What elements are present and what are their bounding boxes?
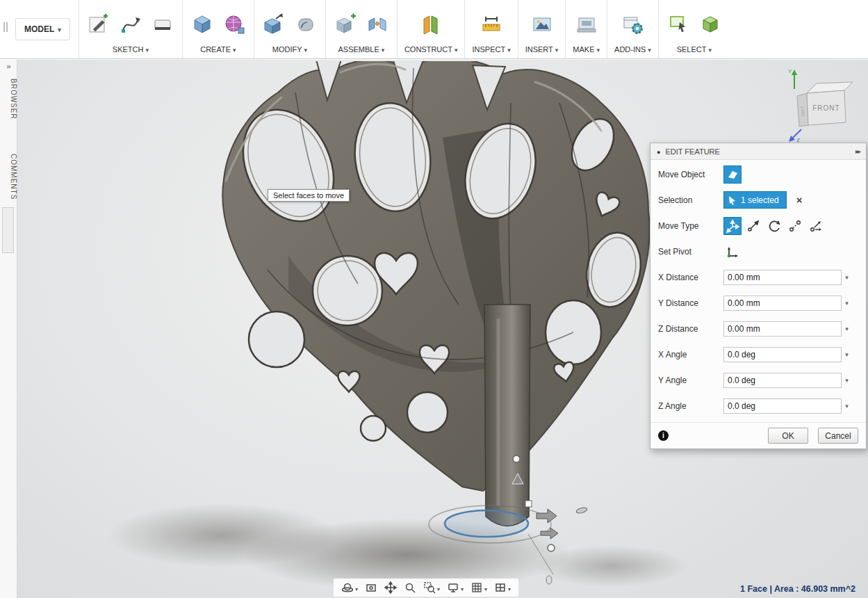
chevron-down-icon	[304, 45, 308, 54]
toolbar-group-make: MAKE	[565, 0, 607, 58]
selection-row: Selection 1 selected	[650, 187, 866, 213]
3d-print-icon[interactable]	[574, 11, 599, 38]
tooltip: Select faces to move	[268, 189, 350, 202]
toolbar-group-addins: ADD-INS	[607, 0, 658, 58]
info-icon[interactable]	[658, 430, 669, 441]
move-translate-icon[interactable]	[744, 217, 762, 235]
set-pivot-button[interactable]	[723, 243, 742, 261]
measure-icon[interactable]	[479, 11, 504, 38]
insert-image-icon[interactable]	[530, 11, 555, 38]
spline-icon[interactable]	[118, 11, 143, 38]
spinner-caret-icon[interactable]	[842, 300, 852, 307]
dialog-title: EDIT FEATURE	[665, 147, 719, 156]
chevron-down-icon	[58, 24, 61, 34]
y-distance-input[interactable]	[723, 296, 842, 311]
x-distance-input[interactable]	[723, 270, 842, 285]
spinner-caret-icon[interactable]	[842, 325, 852, 332]
cursor-icon	[728, 195, 737, 205]
joint-icon[interactable]	[365, 11, 390, 38]
display-settings-icon[interactable]	[445, 580, 466, 595]
x-distance-row: X Distance	[650, 264, 866, 290]
ok-button[interactable]: OK	[768, 428, 808, 444]
menu-make[interactable]: MAKE	[573, 45, 600, 54]
toolbar-group-assemble: ASSEMBLE	[325, 0, 397, 58]
chevron-down-icon	[437, 581, 440, 594]
menu-sketch[interactable]: SKETCH	[86, 45, 175, 54]
selection-count: 1 selected	[741, 195, 779, 205]
dialog-footer: OK Cancel	[650, 422, 866, 448]
3d-viewport[interactable]: FRONT LEFT Y Z Select faces to move EDIT…	[17, 60, 868, 598]
top-toolbar: MODEL SKETCH	[0, 0, 868, 59]
point-to-position-icon[interactable]	[807, 217, 825, 235]
left-rail: BROWSER COMMENTS	[0, 60, 17, 598]
orbit-icon[interactable]	[339, 580, 360, 595]
comments-tab[interactable]: COMMENTS	[0, 147, 17, 206]
workspace-label: MODEL	[24, 24, 54, 34]
spinner-caret-icon[interactable]	[842, 274, 852, 281]
create-form-icon[interactable]	[222, 11, 247, 38]
move-object-faces-button[interactable]	[723, 165, 742, 184]
dialog-header[interactable]: EDIT FEATURE	[650, 143, 866, 160]
menu-modify[interactable]: MODIFY	[261, 45, 318, 54]
toolbar-group-construct: CONSTRUCT	[397, 0, 465, 58]
zoom-icon[interactable]	[402, 580, 418, 595]
menu-assemble[interactable]: ASSEMBLE	[333, 45, 390, 54]
construction-plane-icon[interactable]	[418, 11, 443, 38]
chevron-down-icon	[355, 581, 358, 594]
press-pull-icon[interactable]	[261, 11, 286, 38]
look-at-icon[interactable]	[363, 580, 379, 595]
menu-select[interactable]: SELECT	[666, 45, 723, 54]
menu-addins[interactable]: ADD-INS	[614, 45, 651, 54]
workspace-switcher[interactable]: MODEL	[15, 18, 70, 40]
select-window-icon[interactable]	[666, 11, 691, 38]
z-distance-input[interactable]	[723, 321, 842, 337]
menu-construct[interactable]: CONSTRUCT	[404, 45, 458, 54]
spinner-caret-icon[interactable]	[842, 377, 852, 384]
point-to-point-icon[interactable]	[786, 217, 804, 235]
menu-create[interactable]: CREATE	[190, 45, 247, 54]
move-free-icon[interactable]	[723, 217, 742, 235]
selection-status: 1 Face | Area : 46.903 mm^2	[740, 584, 855, 594]
zoom-window-icon[interactable]	[421, 580, 442, 595]
spinner-caret-icon[interactable]	[842, 351, 852, 358]
panel-grip[interactable]	[0, 0, 11, 58]
viewports-icon[interactable]	[492, 580, 513, 595]
viewcube-front-label: FRONT	[812, 104, 840, 112]
chevron-down-icon	[145, 45, 149, 54]
view-cube[interactable]: FRONT LEFT Y Z	[780, 63, 864, 145]
chevron-down-icon	[461, 581, 464, 594]
menu-insert[interactable]: INSERT	[525, 45, 559, 54]
chevron-down-icon	[382, 45, 385, 54]
move-rotate-icon[interactable]	[765, 217, 783, 235]
browser-tab[interactable]: BROWSER	[0, 71, 17, 127]
toolbar-group-modify: MODIFY	[254, 0, 325, 58]
new-body-icon[interactable]	[190, 11, 215, 38]
grid-snaps-icon[interactable]	[468, 580, 489, 595]
toolbar-group-sketch: SKETCH	[79, 0, 182, 58]
clear-selection-icon[interactable]	[796, 195, 803, 205]
menu-inspect[interactable]: INSPECT	[472, 45, 510, 54]
new-component-icon[interactable]	[333, 11, 358, 38]
scripts-addins-icon[interactable]	[620, 11, 645, 38]
axis-y-label: Y	[788, 68, 792, 74]
pan-icon[interactable]	[382, 580, 399, 595]
fillet-icon[interactable]	[293, 11, 318, 38]
move-object-row: Move Object	[650, 161, 866, 187]
cancel-button[interactable]: Cancel	[818, 428, 858, 444]
move-manipulator[interactable]	[417, 442, 612, 598]
collapsed-panel-handle[interactable]	[2, 207, 14, 253]
expand-dialog-icon[interactable]	[855, 147, 860, 155]
toolbar-group-select: SELECT	[658, 0, 730, 58]
z-angle-row: Z Angle	[650, 393, 866, 419]
create-sketch-icon[interactable]	[86, 11, 111, 38]
y-angle-row: Y Angle	[650, 367, 866, 393]
select-box-icon[interactable]	[698, 11, 723, 38]
y-angle-input[interactable]	[723, 373, 842, 388]
selection-button[interactable]: 1 selected	[723, 191, 787, 209]
z-angle-input[interactable]	[723, 398, 842, 414]
x-angle-row: X Angle	[650, 341, 866, 367]
x-angle-input[interactable]	[723, 347, 842, 362]
spinner-caret-icon[interactable]	[842, 403, 852, 410]
chevron-double-right-icon[interactable]	[0, 62, 17, 70]
sketch-plane-icon[interactable]	[150, 11, 175, 38]
